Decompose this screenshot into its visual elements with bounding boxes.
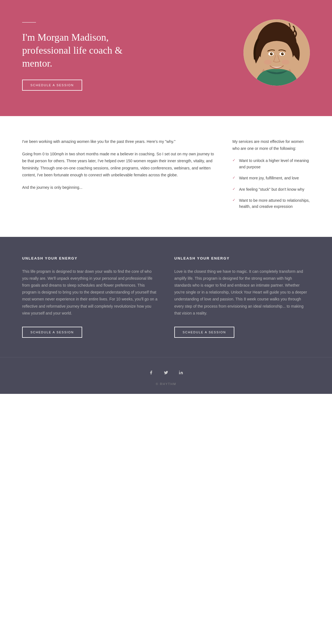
hero-section: I'm Morgan Madison, professional life co… — [0, 0, 332, 116]
hero-decorative-line — [22, 22, 36, 23]
about-para-1: I've been working with amazing women lik… — [22, 138, 216, 145]
services-checklist: Want to unlock a higher level of meaning… — [232, 158, 310, 210]
twitter-icon[interactable] — [162, 368, 170, 377]
about-left-column: I've been working with amazing women lik… — [22, 138, 216, 215]
checklist-item-2: Want more joy, fulfillment, and love — [232, 175, 310, 181]
service-card-right: UNLEASH YOUR ENERGY Love is the closest … — [174, 256, 310, 338]
svg-point-12 — [179, 371, 180, 371]
linkedin-icon[interactable] — [177, 368, 185, 377]
footer: © RHYTHM — [0, 357, 332, 394]
svg-point-10 — [264, 60, 272, 65]
svg-point-11 — [282, 60, 289, 65]
avatar-image — [243, 19, 310, 86]
about-section: I've been working with amazing women lik… — [0, 116, 332, 237]
footer-copyright: © RHYTHM — [0, 382, 332, 386]
svg-point-8 — [272, 53, 273, 54]
svg-point-9 — [283, 53, 284, 54]
svg-point-6 — [270, 53, 273, 55]
social-links — [0, 368, 332, 377]
service-left-title: UNLEASH YOUR ENERGY — [22, 256, 158, 260]
checklist-item-4: Want to be more attuned to relationships… — [232, 197, 310, 210]
service-right-title: UNLEASH YOUR ENERGY — [174, 256, 310, 260]
avatar — [243, 19, 310, 86]
service-left-cta-button[interactable]: SCHEDULE A SESSION — [22, 327, 82, 338]
checklist-item-3: Are feeling "stuck" but don't know why — [232, 186, 310, 192]
svg-point-7 — [281, 53, 284, 55]
about-para-2: Going from 0 to 100mph in two short mont… — [22, 151, 216, 179]
checklist-item-1: Want to unlock a higher level of meaning… — [232, 158, 310, 170]
service-card-left: UNLEASH YOUR ENERGY This life program is… — [22, 256, 158, 338]
hero-right — [238, 17, 310, 86]
service-right-cta-button[interactable]: SCHEDULE A SESSION — [174, 327, 234, 338]
about-para-3: And the journey is only beginning... — [22, 184, 216, 191]
hero-title: I'm Morgan Madison, professional life co… — [22, 31, 127, 70]
about-right-column: My services are most effective for women… — [232, 138, 310, 215]
facebook-icon[interactable] — [147, 368, 155, 377]
service-left-description: This life program is designed to tear do… — [22, 268, 158, 317]
hero-left: I'm Morgan Madison, professional life co… — [22, 17, 238, 91]
hero-cta-button[interactable]: SCHEDULE A SESSION — [22, 80, 82, 91]
services-section: UNLEASH YOUR ENERGY This life program is… — [0, 237, 332, 357]
about-services-intro: My services are most effective for women… — [232, 138, 310, 152]
service-right-description: Love is the closest thing we have to mag… — [174, 268, 310, 317]
